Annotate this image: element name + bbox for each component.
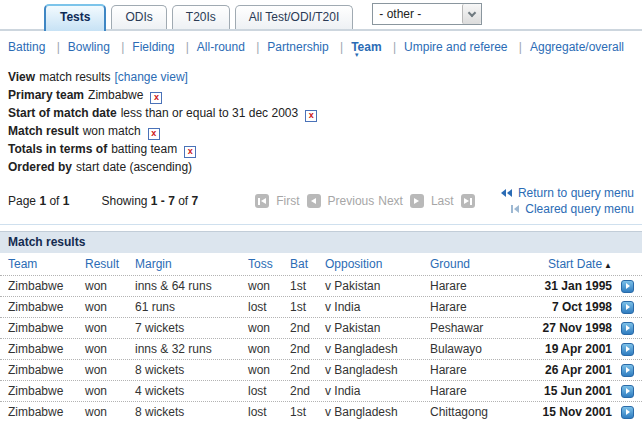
query-filters: Viewmatch results[change view] Primary t… [0,66,642,180]
cell-ground: Harare [430,300,540,314]
next-page-icon[interactable] [410,194,424,208]
back-to-bar-arrow-icon [511,205,520,213]
last-page-label[interactable]: Last [431,194,454,208]
first-page-icon[interactable] [255,194,269,208]
cell-result: won [85,279,135,293]
match-detail-icon[interactable] [621,322,634,335]
first-page-label[interactable]: First [276,194,299,208]
cell-opposition: v Bangladesh [325,405,430,419]
column-header[interactable]: Bat [290,257,325,271]
return-query-menu-link[interactable]: Return to query menu [501,185,634,201]
filter-label: View [8,70,35,84]
cell-start-date: 31 Jan 1995 [540,279,612,293]
cell-start-date: 15 Jun 2001 [540,384,612,398]
match-detail-icon[interactable] [621,364,634,377]
cell-toss: won [248,279,290,293]
format-tab[interactable]: All Test/ODI/T20I [235,5,353,29]
cell-margin: 4 wickets [135,384,248,398]
cell-bat: 1st [290,279,325,293]
analysis-nav-link[interactable]: Batting▼ [8,40,45,54]
format-tab[interactable]: Tests [44,4,106,31]
cell-team: Zimbabwe [8,405,85,419]
results-title: Match results [8,235,85,249]
filter-line: Primary teamZimbabwex [8,86,634,104]
match-detail-icon[interactable] [621,406,634,419]
cell-team: Zimbabwe [8,363,85,377]
filter-line: Viewmatch results[change view] [8,68,634,86]
table-row: Zimbabwe won 7 wickets won 2nd v Pakista… [0,318,642,339]
match-detail-icon[interactable] [621,343,634,356]
cell-start-date: 15 Nov 2001 [540,405,612,419]
analysis-nav-link[interactable]: All-round▼ [178,40,245,54]
change-view-link[interactable]: [change view] [115,70,188,84]
column-header[interactable]: Opposition [325,257,430,271]
analysis-nav-link[interactable]: Fielding▼ [113,40,174,54]
cell-ground: Peshawar [430,321,540,335]
cell-margin: inns & 32 runs [135,342,248,356]
showing-indicator: Showing 1 - 7 of 7 [101,194,198,208]
column-header[interactable]: Result [85,257,135,271]
column-header[interactable]: Start Date▲ [540,257,612,271]
column-header[interactable]: Margin [135,257,248,271]
section-divider [0,224,642,225]
cell-bat: 2nd [290,342,325,356]
filter-line: Start of match dateless than or equal to… [8,104,634,122]
last-page-icon[interactable] [461,194,475,208]
cell-toss: won [248,342,290,356]
column-header[interactable]: Toss [248,257,290,271]
other-format-select-value: - other - [373,7,462,21]
match-detail-icon[interactable] [621,385,634,398]
cell-ground: Chittagong [430,405,540,419]
analysis-nav-link[interactable]: Umpire and referee▼ [385,40,508,54]
cell-opposition: v India [325,300,430,314]
analysis-nav-link[interactable]: Bowling▼ [49,40,110,54]
column-header[interactable]: Ground [430,257,540,271]
results-title-band: Match results [0,231,642,253]
remove-filter-icon[interactable]: x [150,92,162,104]
remove-filter-icon[interactable]: x [305,110,317,122]
cell-bat: 1st [290,405,325,419]
previous-page-icon[interactable] [307,194,321,208]
format-tab-strip: Tests ODIs T20Is All Test/ODI/T20I - oth… [0,0,642,31]
other-format-select[interactable]: - other - [372,3,482,25]
query-menu-links: Return to query menu Cleared query menu [501,185,634,217]
filter-label: Totals in terms of [8,142,107,156]
filter-line: Totals in terms ofbatting teamx [8,140,634,158]
next-page-label[interactable]: Next [378,194,403,208]
cell-team: Zimbabwe [8,300,85,314]
filter-label: Match result [8,124,79,138]
analysis-nav-link[interactable]: Aggregate/overall▼ [511,40,624,54]
cell-opposition: v Bangladesh [325,363,430,377]
cell-margin: 8 wickets [135,405,248,419]
match-detail-icon[interactable] [621,301,634,314]
cell-team: Zimbabwe [8,342,85,356]
column-header[interactable]: Team [8,257,85,271]
cell-ground: Harare [430,384,540,398]
cleared-query-menu-link[interactable]: Cleared query menu [511,201,634,217]
cell-result: won [85,405,135,419]
remove-filter-icon[interactable]: x [184,146,196,158]
cell-start-date: 26 Apr 2001 [540,363,612,377]
cell-result: won [85,363,135,377]
cell-result: won [85,384,135,398]
analysis-nav-link[interactable]: Partnership▼ [248,40,329,54]
table-row: Zimbabwe won 61 runs lost 1st v India Ha… [0,297,642,318]
cell-start-date: 7 Oct 1998 [540,300,612,314]
cell-team: Zimbabwe [8,384,85,398]
filter-value: batting team [111,142,177,156]
table-row: Zimbabwe won inns & 64 runs won 1st v Pa… [0,276,642,297]
cell-opposition: v Bangladesh [325,342,430,356]
filter-value: match results [39,70,110,84]
double-back-arrow-icon [501,189,513,197]
cell-margin: 7 wickets [135,321,248,335]
analysis-nav-link[interactable]: Team▼ [332,40,382,54]
format-tab[interactable]: ODIs [111,5,166,29]
filter-value: Zimbabwe [88,88,143,102]
dropdown-button[interactable] [462,4,481,24]
match-detail-icon[interactable] [621,280,634,293]
cell-toss: won [248,363,290,377]
previous-page-label[interactable]: Previous [328,194,375,208]
format-tab[interactable]: T20Is [172,5,230,29]
remove-filter-icon[interactable]: x [148,128,160,140]
cell-bat: 2nd [290,384,325,398]
